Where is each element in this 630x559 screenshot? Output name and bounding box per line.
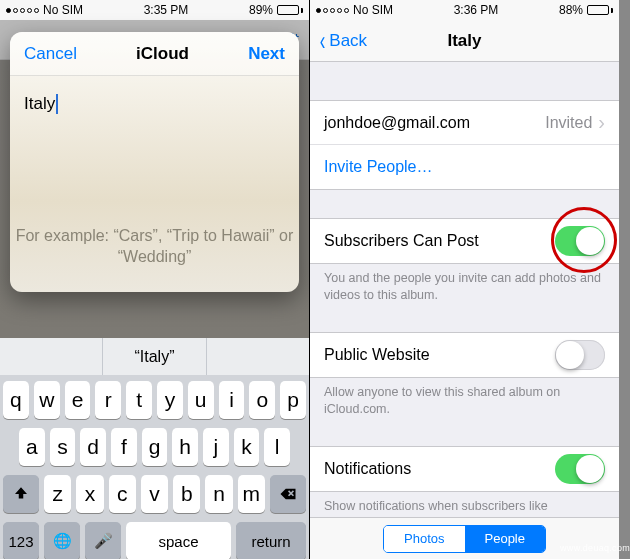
battery-icon xyxy=(587,5,613,15)
notifications-label: Notifications xyxy=(324,460,555,478)
key-y[interactable]: y xyxy=(157,381,183,419)
notifications-cell: Notifications xyxy=(310,447,619,491)
keyboard: “Italy” qwertyuiop asdfghjkl zxcvbnm 123 xyxy=(0,338,309,559)
subscribers-section: Subscribers Can Post xyxy=(310,218,619,264)
icloud-name-sheet: Cancel iCloud Next Italy For example: “C… xyxy=(10,32,299,292)
key-i[interactable]: i xyxy=(219,381,245,419)
key-o[interactable]: o xyxy=(249,381,275,419)
segment-people[interactable]: People xyxy=(465,526,545,552)
key-z[interactable]: z xyxy=(44,475,71,513)
key-d[interactable]: d xyxy=(80,428,106,466)
public-website-toggle[interactable] xyxy=(555,340,605,370)
key-x[interactable]: x xyxy=(76,475,103,513)
globe-key[interactable]: 🌐 xyxy=(44,522,80,559)
phone-create-album: No SIM 3:35 PM 89% ‹ Albums Shared Album… xyxy=(0,0,309,559)
backspace-icon xyxy=(279,485,297,503)
carrier-label: No SIM xyxy=(43,3,83,17)
key-g[interactable]: g xyxy=(142,428,168,466)
key-s[interactable]: s xyxy=(50,428,76,466)
carrier-label: No SIM xyxy=(353,3,393,17)
suggestion-center[interactable]: “Italy” xyxy=(103,338,206,375)
key-v[interactable]: v xyxy=(141,475,168,513)
invitee-email: jonhdoe@gmail.com xyxy=(324,114,545,132)
notifications-section: Notifications xyxy=(310,446,619,492)
key-e[interactable]: e xyxy=(65,381,91,419)
album-name-input[interactable]: Italy xyxy=(24,94,285,114)
text-caret-icon xyxy=(56,94,58,114)
invitee-status: Invited xyxy=(545,114,592,132)
key-p[interactable]: p xyxy=(280,381,306,419)
battery-icon xyxy=(277,5,303,15)
quicktype-bar: “Italy” xyxy=(0,338,309,375)
key-h[interactable]: h xyxy=(172,428,198,466)
watermark-text: www.deuaq.com xyxy=(560,543,630,553)
status-bar: No SIM 3:35 PM 89% xyxy=(0,0,309,20)
subscribers-can-post-label: Subscribers Can Post xyxy=(324,232,555,250)
sheet-title: iCloud xyxy=(136,44,189,64)
public-website-label: Public Website xyxy=(324,346,555,364)
nav-back[interactable]: ‹ Back xyxy=(318,31,367,51)
segment-photos[interactable]: Photos xyxy=(384,526,464,552)
invite-people-button[interactable]: Invite People… xyxy=(310,145,619,189)
invitee-cell[interactable]: jonhdoe@gmail.com Invited › xyxy=(310,101,619,145)
key-l[interactable]: l xyxy=(264,428,290,466)
notifications-toggle[interactable] xyxy=(555,454,605,484)
suggestion-right[interactable] xyxy=(207,338,309,375)
chevron-right-icon: › xyxy=(598,111,605,134)
example-text: For example: “Cars”, “Trip to Hawaii” or… xyxy=(10,225,299,268)
public-website-cell: Public Website xyxy=(310,333,619,377)
subscribers-footer: You and the people you invite can add ph… xyxy=(310,264,619,304)
subscribers-can-post-toggle[interactable] xyxy=(555,226,605,256)
mic-icon: 🎤 xyxy=(94,532,113,550)
globe-icon: 🌐 xyxy=(53,532,72,550)
chevron-left-icon: ‹ xyxy=(320,34,326,48)
space-key[interactable]: space xyxy=(126,522,231,559)
cancel-button[interactable]: Cancel xyxy=(24,44,77,64)
key-n[interactable]: n xyxy=(205,475,232,513)
clock: 3:35 PM xyxy=(144,3,189,17)
next-button[interactable]: Next xyxy=(248,44,285,64)
key-b[interactable]: b xyxy=(173,475,200,513)
key-a[interactable]: a xyxy=(19,428,45,466)
invitees-group: jonhdoe@gmail.com Invited › Invite Peopl… xyxy=(310,100,619,190)
numbers-key[interactable]: 123 xyxy=(3,522,39,559)
phone-album-settings: No SIM 3:36 PM 88% ‹ Back Italy jonhdoe@… xyxy=(310,0,619,559)
dictation-key[interactable]: 🎤 xyxy=(85,522,121,559)
return-key[interactable]: return xyxy=(236,522,306,559)
key-m[interactable]: m xyxy=(238,475,265,513)
battery-percent: 89% xyxy=(249,3,273,17)
key-w[interactable]: w xyxy=(34,381,60,419)
key-f[interactable]: f xyxy=(111,428,137,466)
invite-people-label: Invite People… xyxy=(324,158,605,176)
subscribers-can-post-cell: Subscribers Can Post xyxy=(310,219,619,263)
key-q[interactable]: q xyxy=(3,381,29,419)
key-k[interactable]: k xyxy=(234,428,260,466)
clock: 3:36 PM xyxy=(454,3,499,17)
photos-people-segmented: Photos People xyxy=(383,525,546,553)
signal-dots-icon xyxy=(316,8,349,13)
shift-key[interactable] xyxy=(3,475,39,513)
album-name-value: Italy xyxy=(24,94,55,114)
shift-icon xyxy=(12,485,30,503)
key-u[interactable]: u xyxy=(188,381,214,419)
status-bar: No SIM 3:36 PM 88% xyxy=(310,0,619,20)
suggestion-left[interactable] xyxy=(0,338,103,375)
key-j[interactable]: j xyxy=(203,428,229,466)
key-c[interactable]: c xyxy=(109,475,136,513)
key-t[interactable]: t xyxy=(126,381,152,419)
battery-percent: 88% xyxy=(559,3,583,17)
nav-bar: ‹ Back Italy xyxy=(310,20,619,62)
public-website-section: Public Website xyxy=(310,332,619,378)
signal-dots-icon xyxy=(6,8,39,13)
nav-back-label: Back xyxy=(329,31,367,51)
notifications-footer: Show notifications when subscribers like xyxy=(310,492,619,515)
key-r[interactable]: r xyxy=(95,381,121,419)
backspace-key[interactable] xyxy=(270,475,306,513)
public-website-footer: Allow anyone to view this shared album o… xyxy=(310,378,619,418)
